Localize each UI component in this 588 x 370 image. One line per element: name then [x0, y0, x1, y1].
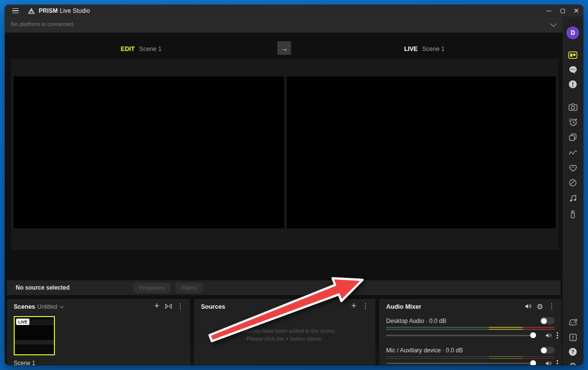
camera-icon[interactable]: [567, 101, 579, 113]
no-source-label: No source selected: [16, 284, 70, 291]
track-volume-slider[interactable]: [386, 360, 536, 365]
sources-panel-header: Sources +: [194, 299, 375, 314]
chat-icon[interactable]: [567, 64, 579, 75]
scene-name-label[interactable]: Scene 1: [14, 360, 35, 365]
scenes-panel-header: Scenes Untitled +: [7, 299, 190, 314]
draw-icon[interactable]: [567, 147, 579, 158]
maximize-button[interactable]: [556, 5, 569, 17]
track-name: Desktop Audio: [386, 318, 424, 324]
track-more-menu[interactable]: [557, 332, 558, 339]
track-name: Mic / Auxiliary device: [386, 347, 441, 354]
track-toggle[interactable]: [540, 346, 555, 354]
add-scene-button[interactable]: +: [151, 300, 163, 312]
avatar[interactable]: D: [566, 26, 579, 39]
track-separator: ·: [426, 318, 428, 324]
music-icon[interactable]: [567, 192, 579, 204]
app-title-brand: PRISM: [39, 7, 58, 14]
preview-container: [11, 59, 559, 250]
live-scene-name: Scene 1: [422, 46, 444, 52]
filters-button[interactable]: Filters: [175, 283, 202, 293]
scene-thumbnail[interactable]: LIVE: [14, 316, 55, 355]
scene-transition-icon[interactable]: [163, 300, 174, 312]
track-more-menu[interactable]: [557, 360, 558, 365]
audio-mixer-panel: Audio Mixer ⚙ Desktop Audio · 0.0 d: [379, 299, 562, 365]
svg-text:?: ?: [571, 349, 574, 355]
track-level: 0.0 dB: [446, 347, 463, 354]
close-button[interactable]: ✕: [569, 5, 583, 17]
track-speaker-icon[interactable]: [545, 360, 552, 365]
main-area: EDIT Scene 1 LIVE Scene 1 → No source se…: [5, 33, 563, 346]
live-scene-header: LIVE Scene 1: [290, 46, 559, 52]
track-label: Desktop Audio · 0.0 dB: [386, 318, 446, 324]
transition-apply-button[interactable]: →: [277, 41, 291, 55]
edit-scene-header: EDIT Scene 1: [5, 46, 277, 52]
sources-empty-line1: No sources have been added to the scene.: [194, 327, 375, 335]
mixer-more-menu[interactable]: [546, 300, 558, 312]
edit-scene-name: Scene 1: [139, 46, 162, 52]
slider-knob[interactable]: [530, 332, 536, 338]
audio-mixer-title: Audio Mixer: [386, 303, 421, 310]
help-icon[interactable]: ?: [567, 346, 579, 358]
eraser-icon[interactable]: [567, 177, 579, 189]
source-toolbar: No source selected Properties Filters: [7, 280, 561, 295]
track-label: Mic / Auxiliary device · 0.0 dB: [386, 347, 463, 354]
title-bar: PRISMLive Studio ✕: [5, 5, 583, 17]
sources-more-menu[interactable]: [360, 300, 371, 312]
scene-collection-name: Untitled: [37, 303, 57, 310]
prism-logo-icon: [27, 7, 35, 14]
scenes-more-menu[interactable]: [174, 300, 186, 312]
sources-empty-line2: Please click the + button above.: [194, 335, 375, 343]
add-source-button[interactable]: +: [348, 300, 360, 312]
mixer-settings-icon[interactable]: ⚙: [534, 300, 546, 312]
sticker-heart-icon[interactable]: [567, 162, 579, 173]
track-level-meter: [386, 356, 555, 360]
minimize-button[interactable]: [542, 5, 556, 17]
live-badge: LIVE: [404, 46, 418, 52]
slider-knob[interactable]: [530, 360, 536, 365]
scenes-title: Scenes: [14, 303, 35, 310]
community-icon[interactable]: [567, 317, 579, 328]
app-title-rest: Live Studio: [60, 7, 90, 14]
track-level-meter: [386, 327, 555, 331]
scene-layers-icon[interactable]: [567, 131, 579, 143]
edit-preview-canvas[interactable]: [14, 76, 284, 228]
sources-panel: Sources + No sources have been added to …: [194, 299, 375, 365]
hamburger-menu-icon[interactable]: [8, 5, 23, 17]
platform-banner: No platform is connected.: [5, 17, 563, 33]
instant-replay-icon[interactable]: [567, 116, 579, 128]
app-title: PRISMLive Studio: [39, 7, 90, 14]
sources-empty-message: No sources have been added to the scene.…: [194, 327, 375, 343]
sources-title: Sources: [201, 303, 225, 310]
track-level: 0.0 dB: [429, 318, 446, 324]
window-controls: ✕: [542, 5, 583, 17]
mixer-mute-all-icon[interactable]: [522, 300, 534, 312]
studio-mode-icon[interactable]: [567, 49, 579, 61]
audio-mixer-header: Audio Mixer ⚙: [379, 299, 562, 314]
right-sidebar: D: [563, 17, 583, 365]
scene-live-badge: LIVE: [16, 319, 29, 325]
platform-banner-message: No platform is connected.: [11, 21, 74, 27]
edit-badge: EDIT: [121, 46, 134, 52]
track-separator: ·: [442, 347, 444, 354]
remote-control-icon[interactable]: [567, 208, 579, 220]
scene-collection-dropdown[interactable]: Untitled: [37, 303, 63, 310]
track-toggle[interactable]: [540, 317, 555, 324]
scenes-panel: Scenes Untitled + LIVE S: [7, 299, 190, 365]
settings-icon[interactable]: ⚙: [567, 360, 579, 365]
chevron-down-icon: [59, 304, 63, 308]
properties-button[interactable]: Properties: [133, 283, 171, 293]
live-preview-canvas: [287, 76, 556, 228]
track-volume-slider[interactable]: [386, 332, 536, 338]
chevron-down-icon[interactable]: [550, 21, 557, 27]
alert-icon[interactable]: [567, 78, 579, 90]
track-speaker-icon[interactable]: [545, 332, 552, 339]
notice-icon[interactable]: [567, 331, 579, 343]
app-window: PRISMLive Studio ✕ No platform is connec…: [5, 5, 583, 365]
